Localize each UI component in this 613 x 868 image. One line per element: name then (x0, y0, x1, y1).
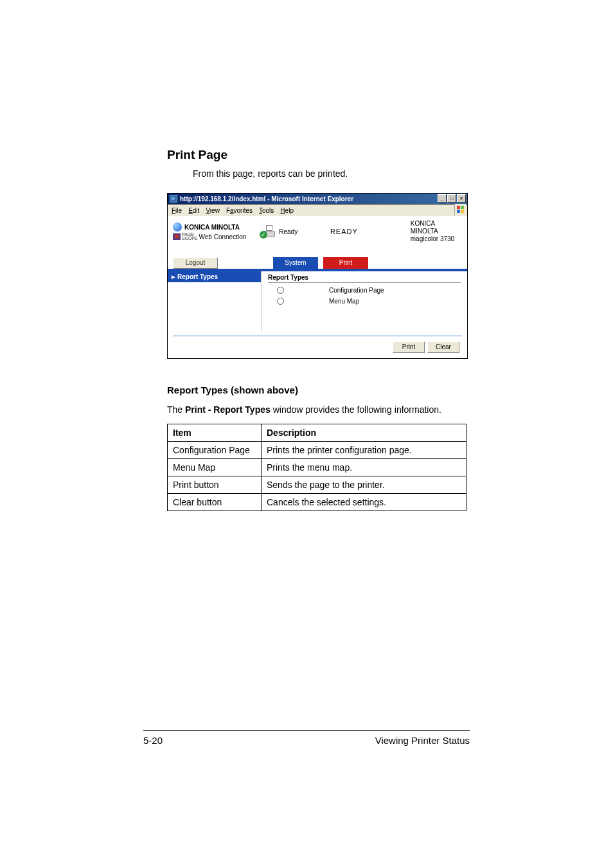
menu-edit[interactable]: Edit (188, 207, 199, 214)
radio-configuration-page[interactable] (277, 287, 284, 294)
table-row: Print button Sends the page to the print… (168, 476, 466, 494)
sidebar-item-report-types[interactable]: Report Types (168, 271, 261, 282)
model-info: KONICA MINOLTA magicolor 3730 (411, 220, 462, 243)
model-line-1: KONICA MINOLTA (411, 220, 462, 235)
page-footer: 5-20 Viewing Printer Status (143, 730, 470, 746)
table-row: Menu Map Prints the menu map. (168, 459, 466, 476)
option-configuration-page: Configuration Page (329, 287, 384, 294)
lead-suffix: window provides the following informatio… (271, 404, 441, 415)
panel-title: Report Types (268, 274, 461, 283)
maximize-button[interactable]: □ (447, 194, 456, 203)
window-title: http://192.168.1.2/index.html - Microsof… (180, 195, 353, 203)
cell-item: Configuration Page (168, 442, 262, 459)
clear-button[interactable]: Clear (427, 341, 459, 353)
section-title: Print Page (167, 148, 465, 162)
sidebar: Report Types (168, 271, 262, 332)
tab-system[interactable]: System (273, 257, 318, 269)
intro-text: From this page, reports can be printed. (193, 168, 465, 179)
lead-prefix: The (167, 404, 185, 415)
th-description: Description (262, 424, 466, 442)
radio-menu-map[interactable] (277, 298, 284, 305)
model-line-2: magicolor 3730 (411, 235, 462, 243)
lead-bold: Print - Report Types (185, 404, 271, 415)
browser-menubar: File Edit View Favorites Tools Help (167, 204, 468, 216)
pagescope-label: PAGESCOPE (182, 233, 198, 240)
status-ready: Ready (279, 228, 298, 235)
svg-rect-1 (461, 206, 464, 209)
window-titlebar: http://192.168.1.2/index.html - Microsof… (167, 193, 468, 204)
page-number: 5-20 (143, 735, 163, 746)
print-button[interactable]: Print (393, 341, 425, 353)
menu-help[interactable]: Help (280, 207, 294, 214)
cell-item: Print button (168, 476, 262, 494)
menu-view[interactable]: View (206, 207, 220, 214)
svg-rect-3 (461, 210, 464, 213)
ie-icon (170, 195, 177, 203)
windows-flag-icon (454, 204, 466, 215)
screenshot-window: http://192.168.1.2/index.html - Microsof… (167, 193, 468, 359)
cell-desc: Cancels the selected settings. (262, 494, 466, 511)
cell-desc: Prints the menu map. (262, 459, 466, 476)
cell-desc: Sends the page to the printer. (262, 476, 466, 494)
printer-status-icon: ✓ (262, 226, 276, 237)
cell-item: Clear button (168, 494, 262, 511)
table-row: Configuration Page Prints the printer co… (168, 442, 466, 459)
cell-item: Menu Map (168, 459, 262, 476)
cell-desc: Prints the printer configuration page. (262, 442, 466, 459)
table-row: Clear button Cancels the selected settin… (168, 494, 466, 511)
th-item: Item (168, 424, 262, 442)
menu-favorites[interactable]: Favorites (226, 207, 253, 214)
menu-file[interactable]: File (172, 207, 182, 214)
tab-print[interactable]: Print (323, 257, 368, 269)
option-menu-map: Menu Map (329, 298, 359, 305)
footer-title: Viewing Printer Status (375, 735, 470, 746)
pagescope-icon (173, 233, 181, 240)
web-connection-label: Web Connection (199, 233, 247, 240)
svg-rect-0 (457, 206, 460, 209)
konica-globe-icon (173, 222, 182, 231)
svg-rect-2 (457, 210, 460, 213)
subsection-title: Report Types (shown above) (167, 384, 465, 395)
report-types-table: Item Description Configuration Page Prin… (167, 424, 466, 511)
status-banner: READY (330, 228, 411, 235)
menu-tools[interactable]: Tools (259, 207, 274, 214)
brand-name: KONICA MINOLTA (184, 224, 240, 231)
logout-button[interactable]: Logout (173, 257, 218, 269)
minimize-button[interactable]: _ (438, 194, 447, 203)
close-button[interactable]: × (457, 194, 466, 203)
lead-paragraph: The Print - Report Types window provides… (167, 404, 465, 415)
